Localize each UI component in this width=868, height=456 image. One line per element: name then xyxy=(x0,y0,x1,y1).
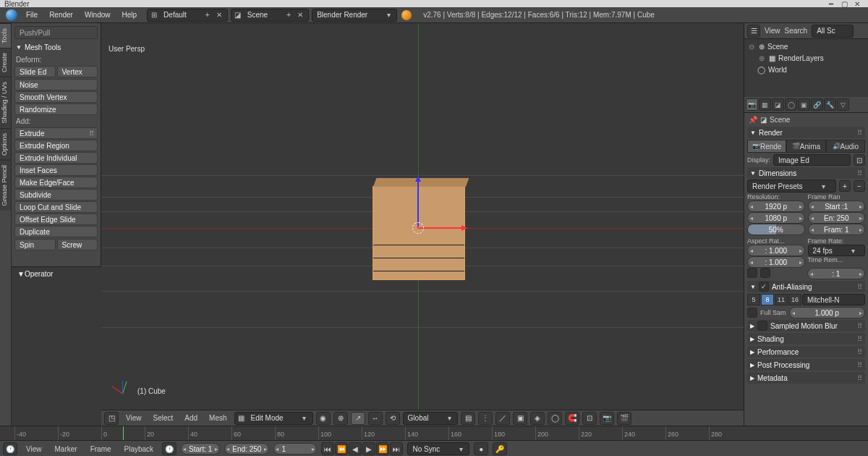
subdivide-button[interactable]: Subdivide xyxy=(14,189,98,200)
border-check[interactable] xyxy=(747,268,757,278)
tab-tools[interactable]: Tools xyxy=(0,23,11,48)
menu-render[interactable]: Render xyxy=(43,9,79,21)
render-opengl-button[interactable]: 📷 xyxy=(600,412,614,425)
dimensions-header[interactable]: ▼Dimensions⠿ xyxy=(747,167,865,179)
aa-header[interactable]: ▼✓Anti-Aliasing⠿ xyxy=(747,281,865,292)
menu-mesh-3d[interactable]: Mesh xyxy=(205,413,231,423)
menu-help[interactable]: Help xyxy=(116,9,143,21)
select-mode-face[interactable]: ▣ xyxy=(513,412,527,425)
add-scene-button[interactable]: + xyxy=(284,11,294,19)
render-presets-select[interactable]: Render Presets▾ xyxy=(747,180,836,193)
tab-create[interactable]: Create xyxy=(0,48,11,77)
render-engine-select[interactable]: Blender Render ▾ xyxy=(312,9,397,22)
viewport-shading-button[interactable]: ◉ xyxy=(316,412,331,425)
keyframe-prev-button[interactable]: ⏪ xyxy=(335,442,348,455)
end-frame-field[interactable]: ◂End: 250▸ xyxy=(224,443,269,455)
start-frame-field[interactable]: ◂Start: 1▸ xyxy=(181,443,220,455)
tab-constraints-context[interactable]: 🔗 xyxy=(811,98,823,111)
editor-type-button[interactable]: ◳ xyxy=(104,412,119,425)
3d-cursor[interactable]: + xyxy=(412,222,424,234)
orientation-select[interactable]: Global▾ xyxy=(403,412,459,425)
manipulator-translate[interactable]: ↔ xyxy=(368,412,383,425)
preset-add-button[interactable]: + xyxy=(839,180,851,192)
outliner-row-scene[interactable]: ⊖⊕Scene xyxy=(747,41,865,52)
frame-end-field[interactable]: ◂En: 250▸ xyxy=(808,212,866,224)
timeline-ruler[interactable]: -40-200204060801001201401601802002202402… xyxy=(0,426,868,441)
aa-filter-select[interactable]: Mitchell-N xyxy=(802,294,865,305)
render-tab-audio[interactable]: 🔊Audio xyxy=(826,140,865,153)
smooth-vertex-button[interactable]: Smooth Vertex xyxy=(14,91,98,103)
aa-size-field[interactable]: ◂1.000 p▸ xyxy=(789,307,865,318)
make-edge-face-button[interactable]: Make Edge/Face xyxy=(14,177,98,188)
res-pct-field[interactable]: 50% xyxy=(747,224,805,235)
timeline-marker[interactable]: Marker xyxy=(51,444,82,455)
sync-select[interactable]: No Sync▾ xyxy=(407,442,469,455)
menu-file[interactable]: File xyxy=(20,9,43,21)
snap-button[interactable]: 🧲 xyxy=(565,412,579,425)
operator-header[interactable]: ▼Operator xyxy=(17,270,95,278)
frame-start-field[interactable]: ◂Start :1▸ xyxy=(808,200,866,212)
close-button[interactable]: ✕ xyxy=(851,0,864,8)
layers-button[interactable]: ▤ xyxy=(461,412,475,425)
outliner-view[interactable]: View xyxy=(765,27,780,35)
aa-8[interactable]: 8 xyxy=(761,294,774,305)
tab-shading-uvs[interactable]: Shading / UVs xyxy=(0,77,11,128)
slide-vertex-button[interactable]: Vertex xyxy=(57,66,98,77)
aa-enable-check[interactable]: ✓ xyxy=(759,282,769,292)
extrude-individual-button[interactable]: Extrude Individual xyxy=(14,152,98,164)
shading-header[interactable]: ▶Shading⠿ xyxy=(747,333,865,345)
slide-edge-button[interactable]: Slide Ed xyxy=(14,66,56,77)
snap-element-button[interactable]: ⊡ xyxy=(582,412,597,425)
proportional-edit-button[interactable]: ◯ xyxy=(548,412,562,425)
display-lock-button[interactable]: ⊡ xyxy=(854,154,865,166)
add-layout-button[interactable]: + xyxy=(203,11,213,19)
3d-viewport[interactable]: + User Persp (1) Cube ◳ View Select Add … xyxy=(101,23,744,426)
inset-faces-button[interactable]: Inset Faces xyxy=(14,164,98,176)
menu-window[interactable]: Window xyxy=(79,9,116,21)
blender-icon[interactable] xyxy=(6,9,17,21)
minimize-button[interactable]: ━ xyxy=(825,0,838,8)
fps-select[interactable]: 24 fps▾ xyxy=(808,245,866,256)
screw-button[interactable]: Screw xyxy=(57,239,98,250)
maximize-button[interactable]: ▢ xyxy=(838,0,851,8)
menu-add-3d[interactable]: Add xyxy=(180,413,202,423)
res-x-field[interactable]: ◂1920 p▸ xyxy=(747,200,805,212)
noise-button[interactable]: Noise xyxy=(14,79,98,90)
jump-end-button[interactable]: ⏭ xyxy=(390,442,403,455)
loop-cut-button[interactable]: Loop Cut and Slide xyxy=(14,201,98,213)
timeline-playback[interactable]: Playback xyxy=(120,444,158,455)
aa-5[interactable]: 5 xyxy=(747,294,760,305)
menu-select-3d[interactable]: Select xyxy=(149,413,178,423)
tab-world-context[interactable]: ◯ xyxy=(785,98,797,111)
use-preview-range[interactable]: 🕐 xyxy=(162,442,176,455)
blender-org-icon[interactable] xyxy=(401,10,412,20)
preset-remove-button[interactable]: − xyxy=(854,180,865,192)
current-frame-field[interactable]: ◂1▸ xyxy=(273,443,317,455)
motion-blur-header[interactable]: ▶Sampled Motion Blur⠿ xyxy=(747,320,865,332)
tab-render-layers-context[interactable]: ▦ xyxy=(759,98,771,111)
crop-check[interactable] xyxy=(760,268,770,278)
menu-view-3d[interactable]: View xyxy=(122,413,146,423)
performance-header[interactable]: ▶Performance⠿ xyxy=(747,346,865,358)
render-section-header[interactable]: ▼Render⠿ xyxy=(747,127,865,138)
spin-button[interactable]: Spin xyxy=(14,239,56,250)
mode-select[interactable]: ▦Edit Mode▾ xyxy=(234,412,313,425)
tab-object-context[interactable]: ▣ xyxy=(798,98,810,111)
manipulator-rotate[interactable]: ⟲ xyxy=(386,412,400,425)
res-y-field[interactable]: ◂1080 p▸ xyxy=(747,212,805,224)
outliner-row-world[interactable]: ◯World xyxy=(747,64,865,75)
render-tab-anim[interactable]: 🎬Anima xyxy=(786,140,825,153)
auto-keyframe-button[interactable]: ● xyxy=(474,442,488,455)
offset-edge-button[interactable]: Offset Edge Slide xyxy=(14,214,98,225)
pivot-point-button[interactable]: ⊕ xyxy=(333,412,348,425)
tab-scene-context[interactable]: ◪ xyxy=(772,98,784,111)
outliner[interactable]: ⊖⊕Scene ⊕▦RenderLayers ◯World xyxy=(744,39,868,97)
tab-modifiers-context[interactable]: 🔧 xyxy=(824,98,836,111)
timeline-frame[interactable]: Frame xyxy=(86,444,116,455)
limit-selection-button[interactable]: ◈ xyxy=(530,412,545,425)
manipulator-z[interactable] xyxy=(417,177,419,228)
play-button[interactable]: ▶ xyxy=(362,442,375,455)
tab-grease-pencil[interactable]: Grease Pencil xyxy=(0,160,11,211)
postproc-header[interactable]: ▶Post Processing⠿ xyxy=(747,359,865,371)
aa-11[interactable]: 11 xyxy=(775,294,788,305)
